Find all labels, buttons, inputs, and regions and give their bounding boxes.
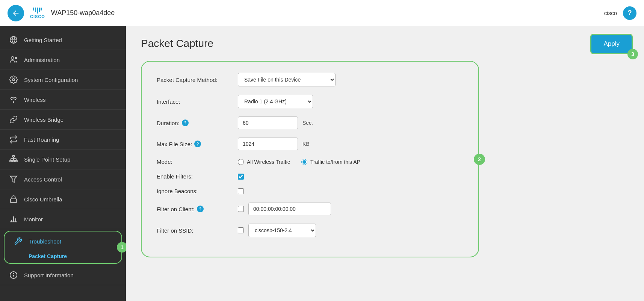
- sidebar-label-system-configuration: System Configuration: [24, 77, 78, 83]
- method-select[interactable]: Save File on this Device Remote Packet C…: [238, 73, 336, 86]
- filter-icon: [9, 175, 18, 184]
- main-layout: Getting Started Administration Syste: [0, 26, 644, 301]
- header-username: cisco: [604, 10, 617, 16]
- enable-filters-row: Enable Filters:: [157, 173, 463, 180]
- interface-row: Interface: Radio 1 (2.4 GHz) Radio 2 (5 …: [157, 95, 463, 108]
- sidebar: Getting Started Administration Syste: [0, 26, 126, 301]
- sidebar-item-access-control[interactable]: Access Control: [0, 169, 126, 189]
- duration-row: Duration: ? Sec.: [157, 116, 463, 129]
- apply-button[interactable]: Apply: [590, 34, 633, 54]
- sidebar-item-support-information[interactable]: Support Information: [0, 265, 126, 285]
- filter-ssid-row: Filter on SSID: ciscosb-150-2.4 ciscosb-…: [157, 224, 463, 237]
- sidebar-label-monitor: Monitor: [24, 216, 43, 222]
- form-panel: 2 Packet Capture Method: Save File on th…: [141, 61, 479, 257]
- duration-input[interactable]: [238, 116, 298, 129]
- mode-label-all-wireless: All Wireless Traffic: [247, 159, 290, 165]
- content-area: Packet Capture Apply 3 2 Packet Capture …: [126, 26, 644, 301]
- method-row: Packet Capture Method: Save File on this…: [157, 73, 463, 86]
- enable-filters-label: Enable Filters:: [157, 173, 232, 180]
- duration-help-icon[interactable]: ?: [182, 119, 189, 126]
- sidebar-label-single-point-setup: Single Point Setup: [24, 156, 70, 163]
- enable-filters-checkbox[interactable]: [238, 174, 244, 180]
- ignore-beacons-row: Ignore Beacons:: [157, 188, 463, 194]
- sidebar-label-administration: Administration: [24, 57, 60, 63]
- interface-label: Interface:: [157, 98, 232, 105]
- sidebar-label-access-control: Access Control: [24, 176, 62, 183]
- filter-client-checkbox[interactable]: [238, 206, 244, 212]
- help-button[interactable]: ?: [623, 6, 636, 20]
- mode-radio-group: All Wireless Traffic Traffic to/from thi…: [238, 159, 360, 165]
- sidebar-item-fast-roaming[interactable]: Fast Roaming: [0, 130, 126, 150]
- filter-ssid-label: Filter on SSID:: [157, 227, 232, 234]
- cisco-label: CISCO: [30, 14, 45, 19]
- wifi-icon: [9, 95, 18, 104]
- interface-select[interactable]: Radio 1 (2.4 GHz) Radio 2 (5 GHz): [238, 95, 313, 108]
- wrench-icon: [14, 237, 23, 246]
- maxfilesize-row: Max File Size: ? KB: [157, 138, 463, 150]
- hierarchy-icon: [9, 155, 18, 164]
- sidebar-label-support-information: Support Information: [24, 272, 74, 278]
- gear-icon: [9, 75, 18, 84]
- sidebar-item-system-configuration[interactable]: System Configuration: [0, 70, 126, 90]
- mode-radio-all-wireless[interactable]: [238, 159, 244, 165]
- filter-client-row: Filter on Client: ?: [157, 203, 463, 215]
- sidebar-label-fast-roaming: Fast Roaming: [24, 136, 59, 143]
- sidebar-item-administration[interactable]: Administration: [0, 50, 126, 70]
- svg-point-2: [11, 57, 14, 59]
- header-right: cisco ?: [604, 6, 636, 20]
- mode-row: Mode: All Wireless Traffic Traffic to/fr…: [157, 159, 463, 165]
- maxfilesize-label: Max File Size: ?: [157, 141, 232, 147]
- svg-rect-8: [12, 160, 15, 162]
- sidebar-item-wireless-bridge[interactable]: Wireless Bridge: [0, 110, 126, 130]
- cisco-logo: CISCO: [30, 8, 45, 19]
- mode-label: Mode:: [157, 159, 232, 165]
- sidebar-item-getting-started[interactable]: Getting Started: [0, 30, 126, 50]
- svg-point-3: [15, 57, 17, 59]
- maxfilesize-help-icon[interactable]: ?: [194, 141, 201, 147]
- chart-icon: [9, 215, 18, 224]
- sidebar-label-wireless-bridge: Wireless Bridge: [24, 116, 63, 123]
- filesize-input[interactable]: [238, 138, 298, 150]
- sidebar-item-packet-capture[interactable]: Packet Capture: [5, 250, 121, 262]
- lock-icon: [9, 195, 18, 204]
- device-name: WAP150-wap0a4dee: [51, 9, 115, 17]
- sidebar-label-troubleshoot: Troubleshoot: [29, 238, 61, 245]
- sidebar-label-packet-capture: Packet Capture: [29, 253, 67, 259]
- info-icon: [9, 271, 18, 280]
- sidebar-item-cisco-umbrella[interactable]: Cisco Umbrella: [0, 189, 126, 209]
- people-icon: [9, 55, 18, 64]
- svg-rect-6: [12, 156, 15, 157]
- back-button[interactable]: [8, 5, 24, 21]
- badge-2: 2: [474, 154, 485, 165]
- filter-client-help-icon[interactable]: ?: [197, 206, 204, 212]
- duration-unit: Sec.: [302, 120, 313, 126]
- link-icon: [9, 115, 18, 124]
- method-label: Packet Capture Method:: [157, 77, 232, 83]
- sidebar-item-wireless[interactable]: Wireless: [0, 90, 126, 110]
- svg-marker-15: [10, 176, 17, 183]
- header: CISCO WAP150-wap0a4dee cisco ?: [0, 0, 644, 26]
- svg-rect-16: [11, 199, 17, 203]
- sidebar-label-wireless: Wireless: [24, 97, 46, 103]
- fast-roam-icon: [9, 135, 18, 144]
- ignore-beacons-checkbox[interactable]: [238, 188, 244, 194]
- mode-radio-traffic-ap[interactable]: [301, 159, 307, 165]
- filter-client-label: Filter on Client: ?: [157, 206, 232, 212]
- mode-option-traffic-ap: Traffic to/from this AP: [301, 159, 360, 165]
- sidebar-item-monitor[interactable]: Monitor: [0, 209, 126, 229]
- sidebar-label-cisco-umbrella: Cisco Umbrella: [24, 196, 62, 203]
- filter-ssid-checkbox[interactable]: [238, 227, 244, 233]
- badge-1: 1: [117, 242, 126, 253]
- svg-rect-9: [15, 160, 18, 162]
- svg-point-4: [12, 79, 15, 81]
- mode-option-all-wireless: All Wireless Traffic: [238, 159, 290, 165]
- filter-client-mac-input[interactable]: [248, 203, 331, 215]
- globe-icon: [9, 35, 18, 44]
- filesize-unit: KB: [302, 141, 310, 147]
- sidebar-item-troubleshoot[interactable]: Troubleshoot: [5, 232, 121, 250]
- filter-ssid-select[interactable]: ciscosb-150-2.4 ciscosb-150-5: [248, 224, 316, 237]
- mode-label-traffic-ap: Traffic to/from this AP: [310, 159, 360, 165]
- page-title: Packet Capture: [141, 38, 629, 50]
- sidebar-item-single-point-setup[interactable]: Single Point Setup: [0, 150, 126, 169]
- duration-label: Duration: ?: [157, 119, 232, 126]
